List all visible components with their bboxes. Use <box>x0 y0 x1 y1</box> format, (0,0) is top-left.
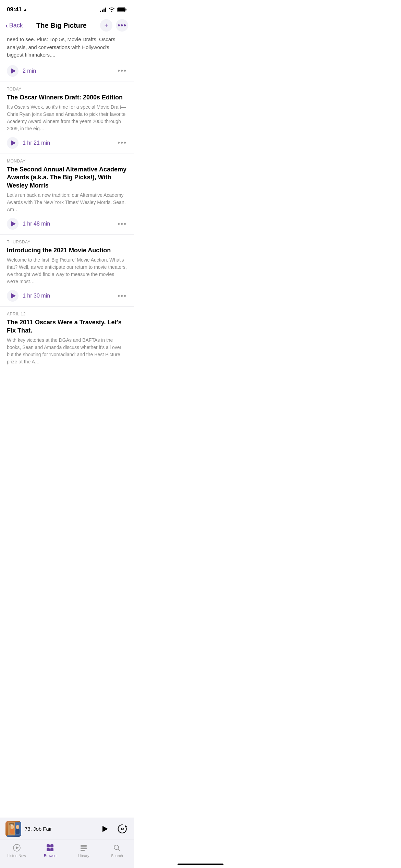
play-button-3[interactable] <box>7 290 19 302</box>
svg-rect-2 <box>118 8 125 11</box>
duration-1: 1 hr 21 min <box>23 140 50 146</box>
add-button[interactable]: + <box>100 19 112 32</box>
episode-desc-1: It's Oscars Week, so it's time for a spe… <box>7 104 127 132</box>
play-icon-3 <box>11 293 16 299</box>
signal-icon <box>100 8 106 12</box>
back-chevron-icon: ‹ <box>5 22 8 29</box>
top-duration: 2 min <box>23 68 36 74</box>
battery-icon <box>117 7 127 12</box>
header: ‹ Back The Big Picture + ••• <box>0 16 134 36</box>
top-play-button[interactable] <box>7 65 19 77</box>
more-button-3[interactable]: ••• <box>118 292 127 300</box>
status-icons <box>100 7 127 12</box>
episode-item-1: TODAY The Oscar Winners Draft: 2000s Edi… <box>0 82 134 154</box>
episode-date-1: TODAY <box>7 87 127 92</box>
page-title: The Big Picture <box>26 22 97 29</box>
status-time: 09:41 ▲ <box>7 6 27 13</box>
episode-item-2: MONDAY The Second Annual Alternative Aca… <box>0 154 134 234</box>
episode-date-2: MONDAY <box>7 159 127 164</box>
episode-title-2[interactable]: The Second Annual Alternative Academy Aw… <box>7 166 127 190</box>
episode-desc-2: Let's run back a new tradition: our Alte… <box>7 192 127 213</box>
duration-2: 1 hr 48 min <box>23 221 50 227</box>
top-play-row: 2 min ••• <box>0 62 134 82</box>
episode-desc-4: With key victories at the DGAs and BAFTA… <box>7 337 127 365</box>
more-button[interactable]: ••• <box>116 19 128 32</box>
play-button-1[interactable] <box>7 137 19 149</box>
episode-title-1[interactable]: The Oscar Winners Draft: 2000s Edition <box>7 94 127 101</box>
more-button-1[interactable]: ••• <box>118 139 127 147</box>
header-actions: + ••• <box>100 19 128 32</box>
back-label: Back <box>9 22 23 29</box>
play-icon-2 <box>11 221 16 227</box>
description-snippet: need to see. Plus: Top 5s, Movie Drafts,… <box>0 36 134 62</box>
wifi-icon <box>108 7 115 12</box>
location-arrow-icon: ▲ <box>23 7 27 12</box>
episode-date-3: THURSDAY <box>7 240 127 244</box>
status-bar: 09:41 ▲ <box>0 0 134 16</box>
play-icon-1 <box>11 140 16 146</box>
episode-item-4: APRIL 12 The 2011 Oscars Were a Travesty… <box>0 307 134 365</box>
episode-desc-3: Welcome to the first 'Big Picture' Movie… <box>7 256 127 285</box>
play-icon <box>11 68 16 74</box>
play-button-2[interactable] <box>7 218 19 230</box>
episode-title-4[interactable]: The 2011 Oscars Were a Travesty. Let's F… <box>7 318 127 335</box>
episode-item-3: THURSDAY Introducing the 2021 Movie Auct… <box>0 235 134 306</box>
episode-date-4: APRIL 12 <box>7 312 127 316</box>
svg-rect-1 <box>126 9 127 11</box>
top-more-button[interactable]: ••• <box>118 67 127 75</box>
back-button[interactable]: ‹ Back <box>5 22 23 29</box>
more-button-2[interactable]: ••• <box>118 220 127 228</box>
duration-3: 1 hr 30 min <box>23 293 50 299</box>
episode-title-3[interactable]: Introducing the 2021 Movie Auction <box>7 246 127 254</box>
